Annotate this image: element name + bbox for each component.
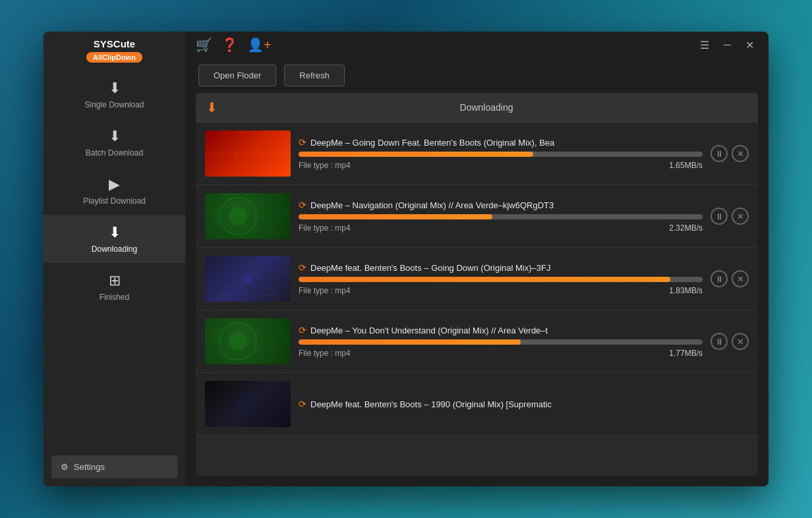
pause-button-3[interactable]: ⏸ — [710, 270, 728, 287]
item-title-row-5: ⟳ DeepMe feat. Benten's Boots – 1990 (Or… — [299, 399, 749, 409]
thumbnail-4 — [205, 318, 291, 364]
downloading-label: Downloading — [92, 245, 137, 254]
sync-icon-3: ⟳ — [299, 262, 306, 273]
item-speed-3: 1.83MB/s — [669, 286, 703, 295]
finished-icon: ⊞ — [109, 272, 121, 289]
playlist-download-icon: ▶ — [109, 176, 120, 193]
app-window: SYSCute AllClipDown ⬇ Single Download ⬇ … — [44, 32, 768, 486]
sidebar-item-single-download[interactable]: ⬇ Single Download — [44, 71, 185, 119]
item-filetype-3: File type : mp4 — [299, 286, 351, 295]
item-filetype-1: File type : mp4 — [299, 161, 351, 170]
open-folder-button[interactable]: Open Floder — [198, 65, 276, 86]
pause-button-4[interactable]: ⏸ — [710, 333, 728, 350]
item-title-5: DeepMe feat. Benten's Boots – 1990 (Orig… — [310, 399, 552, 409]
pause-button-2[interactable]: ⏸ — [710, 208, 728, 225]
item-actions-4: ⏸ ✕ — [710, 333, 749, 350]
item-actions-2: ⏸ ✕ — [710, 208, 749, 225]
progress-bar-bg-1 — [299, 152, 703, 157]
progress-bar-fill-1 — [299, 152, 533, 157]
item-title-3: DeepMe feat. Benten's Boots – Going Down… — [310, 263, 550, 273]
cancel-button-3[interactable]: ✕ — [732, 270, 749, 287]
item-meta-4: File type : mp4 1.77MB/s — [299, 349, 703, 358]
svg-point-5 — [243, 273, 253, 284]
thumbnail-1 — [205, 130, 291, 177]
item-title-row-4: ⟳ DeepMe – You Don't Understand (Origina… — [299, 325, 703, 335]
item-meta-2: File type : mp4 2.32MB/s — [299, 223, 703, 233]
main-content: 🛒 ❓ 👤+ ☰ ─ ✕ Open Floder Refresh ⬇ Downl… — [185, 32, 768, 486]
item-actions-1: ⏸ ✕ — [710, 145, 749, 162]
sync-icon-4: ⟳ — [299, 325, 306, 335]
refresh-button[interactable]: Refresh — [284, 65, 345, 86]
thumbnail-5 — [205, 381, 291, 427]
sidebar-item-playlist-download[interactable]: ▶ Playlist Download — [44, 167, 185, 215]
download-header: ⬇ Downloading — [196, 93, 758, 123]
brand-badge: AllClipDown — [86, 52, 142, 63]
cart-icon[interactable]: 🛒 — [196, 37, 212, 53]
sidebar-nav: ⬇ Single Download ⬇ Batch Download ▶ Pla… — [44, 71, 185, 447]
progress-bar-fill-2 — [299, 214, 492, 219]
finished-label: Finished — [100, 293, 129, 302]
user-add-icon[interactable]: 👤+ — [247, 37, 272, 53]
settings-gear-icon: ⚙ — [61, 462, 69, 472]
item-title-2: DeepMe – Navigation (Original Mix) // Ar… — [310, 200, 554, 210]
svg-point-7 — [229, 332, 247, 351]
progress-bar-bg-3 — [299, 277, 703, 282]
download-header-title: Downloading — [225, 102, 747, 113]
download-list: ⟳ DeepMe – Going Down Feat. Benten's Boo… — [196, 123, 758, 476]
sync-icon-5: ⟳ — [299, 399, 306, 409]
sidebar-item-downloading[interactable]: ⬇ Downloading — [44, 215, 185, 263]
svg-point-3 — [229, 207, 247, 225]
window-controls: ☰ ─ ✕ — [696, 38, 758, 53]
sidebar-brand: SYSCute AllClipDown — [86, 38, 142, 63]
item-meta-1: File type : mp4 1.65MB/s — [299, 161, 703, 170]
item-speed-2: 2.32MB/s — [669, 223, 703, 233]
item-speed-4: 1.77MB/s — [669, 349, 703, 358]
item-info-3: ⟳ DeepMe feat. Benten's Boots – Going Do… — [299, 262, 703, 295]
progress-bar-fill-4 — [299, 339, 521, 345]
sidebar-item-finished[interactable]: ⊞ Finished — [44, 263, 185, 311]
sync-icon-2: ⟳ — [299, 200, 306, 210]
single-download-label: Single Download — [84, 100, 144, 109]
progress-bar-bg-2 — [299, 214, 703, 219]
item-title-4: DeepMe – You Don't Understand (Original … — [310, 326, 548, 335]
batch-download-icon: ⬇ — [109, 128, 121, 145]
progress-bar-fill-3 — [299, 277, 670, 282]
item-title-row-2: ⟳ DeepMe – Navigation (Original Mix) // … — [299, 200, 703, 210]
settings-button[interactable]: ⚙ Settings — [51, 455, 177, 478]
minimize-button[interactable]: ─ — [720, 38, 735, 53]
download-area: ⬇ Downloading ⟳ DeepMe – Goin — [196, 93, 758, 476]
item-meta-3: File type : mp4 1.83MB/s — [299, 286, 703, 295]
cancel-button-1[interactable]: ✕ — [732, 145, 749, 162]
help-icon[interactable]: ❓ — [221, 37, 238, 53]
single-download-icon: ⬇ — [109, 80, 121, 97]
item-info-2: ⟳ DeepMe – Navigation (Original Mix) // … — [299, 200, 703, 233]
downloading-icon: ⬇ — [109, 224, 121, 241]
playlist-download-label: Playlist Download — [83, 196, 146, 206]
close-button[interactable]: ✕ — [741, 38, 758, 53]
item-info-4: ⟳ DeepMe – You Don't Understand (Origina… — [299, 325, 703, 358]
table-row: ⟳ DeepMe – Going Down Feat. Benten's Boo… — [196, 123, 758, 185]
progress-bar-bg-4 — [299, 339, 703, 345]
item-info-5: ⟳ DeepMe feat. Benten's Boots – 1990 (Or… — [299, 399, 749, 409]
cancel-button-4[interactable]: ✕ — [732, 333, 749, 350]
item-actions-3: ⏸ ✕ — [710, 270, 749, 287]
thumbnail-3 — [205, 256, 291, 302]
sidebar: SYSCute AllClipDown ⬇ Single Download ⬇ … — [44, 32, 185, 486]
cancel-button-2[interactable]: ✕ — [732, 208, 749, 225]
item-speed-1: 1.65MB/s — [669, 161, 703, 170]
settings-label: Settings — [74, 462, 105, 472]
sync-icon-1: ⟳ — [299, 137, 306, 148]
item-filetype-4: File type : mp4 — [299, 349, 351, 358]
table-row: ⟳ DeepMe feat. Benten's Boots – 1990 (Or… — [196, 373, 758, 436]
pause-button-1[interactable]: ⏸ — [710, 145, 728, 162]
item-title-1: DeepMe – Going Down Feat. Benten's Boots… — [310, 138, 554, 148]
item-title-row-3: ⟳ DeepMe feat. Benten's Boots – Going Do… — [299, 262, 703, 273]
svg-point-8 — [236, 392, 260, 416]
thumbnail-2 — [205, 193, 291, 239]
batch-download-label: Batch Download — [86, 148, 143, 158]
menu-button[interactable]: ☰ — [696, 38, 713, 53]
toolbar: Open Floder Refresh — [185, 58, 768, 93]
titlebar-icon-group: 🛒 ❓ 👤+ — [196, 37, 272, 53]
sidebar-item-batch-download[interactable]: ⬇ Batch Download — [44, 119, 185, 167]
item-info-1: ⟳ DeepMe – Going Down Feat. Benten's Boo… — [299, 137, 703, 170]
